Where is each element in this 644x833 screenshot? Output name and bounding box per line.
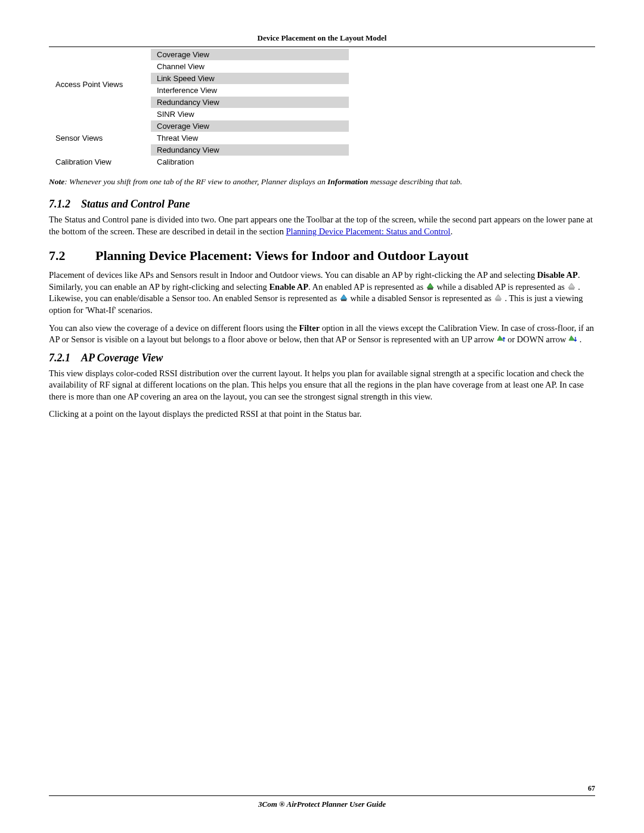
svg-marker-8 (497, 336, 503, 340)
text: or DOWN arrow (507, 335, 568, 344)
heading-num: 7.1.2 (49, 198, 70, 210)
svg-rect-5 (341, 299, 346, 301)
header-rule (49, 47, 595, 47)
para-7-2-b: You can also view the coverage of a devi… (49, 323, 595, 346)
running-head: Device Placement on the Layout Model (49, 33, 595, 43)
bold-disable-ap: Disable AP (537, 270, 578, 280)
device-down-arrow-icon (568, 335, 577, 343)
page-footer: 67 3Com ® AirProtect Planner User Guide (49, 784, 595, 809)
heading-7-1-2: 7.1.2Status and Control Pane (49, 198, 595, 210)
text: Placement of devices like APs and Sensor… (49, 270, 537, 280)
para-7-2-a: Placement of devices like APs and Sensor… (49, 270, 595, 316)
svg-rect-1 (428, 288, 433, 290)
svg-rect-3 (569, 288, 574, 290)
heading-7-2-1: 7.2.1AP Coverage View (49, 352, 595, 364)
table-value: Redundancy View (151, 144, 349, 156)
table-value: SINR View (151, 109, 349, 120)
svg-marker-9 (569, 336, 575, 340)
table-value: Coverage View (151, 49, 349, 61)
table-value: Threat View (151, 132, 349, 144)
para-7-2-1-a: This view displays color-coded RSSI dist… (49, 368, 595, 403)
table-value: Redundancy View (151, 97, 349, 109)
svg-marker-0 (427, 283, 434, 288)
table-category: Calibration View (49, 156, 151, 168)
device-up-arrow-icon (497, 335, 506, 343)
note-body-pre: : Whenever you shift from one tab of the… (64, 177, 327, 186)
footer-guide-title: 3Com ® AirProtect Planner User Guide (49, 800, 595, 809)
svg-marker-2 (568, 283, 575, 288)
heading-title: Status and Control Pane (81, 198, 190, 210)
ap-enabled-icon (426, 283, 435, 291)
svg-marker-4 (340, 295, 347, 299)
note-information-word: Information (327, 177, 368, 186)
table-value: Link Speed View (151, 73, 349, 85)
note: Note: Whenever you shift from one tab of… (49, 176, 595, 187)
views-table: Access Point Views Coverage View Channel… (49, 48, 349, 168)
heading-title: Planning Device Placement: Views for Ind… (95, 248, 469, 263)
svg-rect-7 (496, 299, 501, 301)
text: . (580, 335, 582, 344)
heading-title: AP Coverage View (81, 352, 163, 364)
para-7-1-2: The Status and Control pane is divided i… (49, 214, 595, 237)
table-category: Access Point Views (49, 49, 151, 120)
table-value: Channel View (151, 61, 349, 73)
ap-disabled-icon (567, 283, 576, 291)
bold-filter: Filter (299, 323, 320, 333)
sensor-disabled-icon (494, 294, 503, 302)
table-value: Coverage View (151, 120, 349, 132)
page-number: 67 (49, 784, 595, 793)
text: . An enabled AP is represented as (308, 282, 426, 292)
text: while a disabled AP is represented as (436, 282, 566, 292)
heading-num: 7.2.1 (49, 352, 70, 364)
heading-7-2: 7.2Planning Device Placement: Views for … (49, 248, 595, 264)
footer-rule (49, 795, 595, 796)
table-value: Calibration (151, 156, 349, 168)
note-label: Note (49, 177, 64, 186)
para-7-2-1-b: Clicking at a point on the layout displa… (49, 408, 595, 420)
note-body-post: message describing that tab. (368, 177, 462, 186)
heading-num: 7.2 (49, 248, 95, 264)
text: while a disabled Sensor is represented a… (350, 293, 493, 303)
table-value: Interference View (151, 85, 349, 97)
link-status-and-control[interactable]: Planning Device Placement: Status and Co… (286, 227, 451, 236)
svg-marker-6 (495, 295, 501, 299)
text: . (450, 227, 453, 236)
sensor-enabled-icon (339, 294, 348, 302)
text: You can also view the coverage of a devi… (49, 323, 299, 333)
bold-enable-ap: Enable AP (269, 282, 308, 292)
table-category: Sensor Views (49, 120, 151, 156)
